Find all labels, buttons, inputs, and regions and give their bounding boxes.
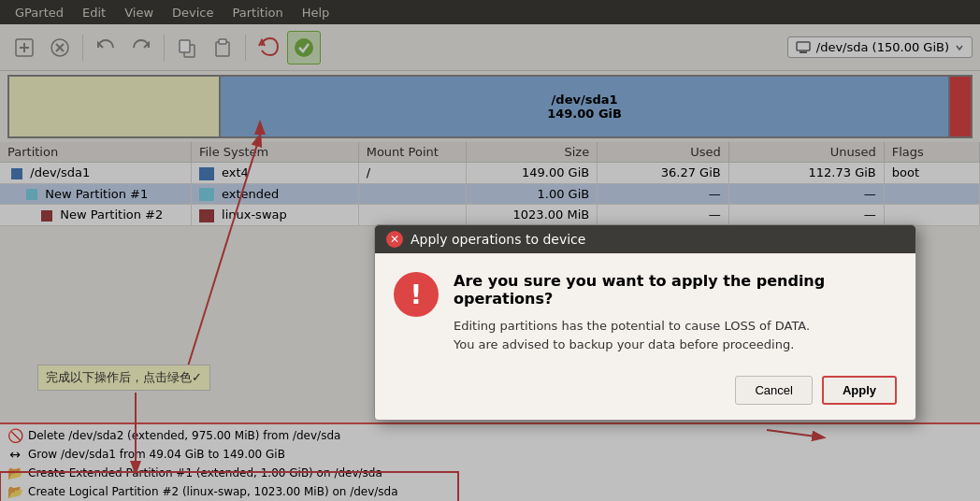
warning-icon: ! — [394, 272, 439, 317]
modal-overlay: ✕ Apply operations to device ! Are you s… — [0, 0, 980, 501]
dialog-close-button[interactable]: ✕ — [386, 231, 403, 248]
dialog-body: ! Are you sure you want to apply the pen… — [375, 253, 915, 368]
apply-confirm-button[interactable]: Apply — [822, 376, 897, 405]
dialog-heading: Are you sure you want to apply the pendi… — [454, 272, 897, 308]
cancel-button[interactable]: Cancel — [735, 376, 812, 405]
dialog-title: Apply operations to device — [411, 232, 585, 247]
dialog-buttons: Cancel Apply — [375, 368, 915, 420]
dialog-text-area: Are you sure you want to apply the pendi… — [454, 272, 897, 353]
apply-dialog: ✕ Apply operations to device ! Are you s… — [374, 224, 916, 421]
dialog-titlebar: ✕ Apply operations to device — [375, 225, 915, 253]
dialog-description: Editing partitions has the potential to … — [454, 317, 897, 353]
